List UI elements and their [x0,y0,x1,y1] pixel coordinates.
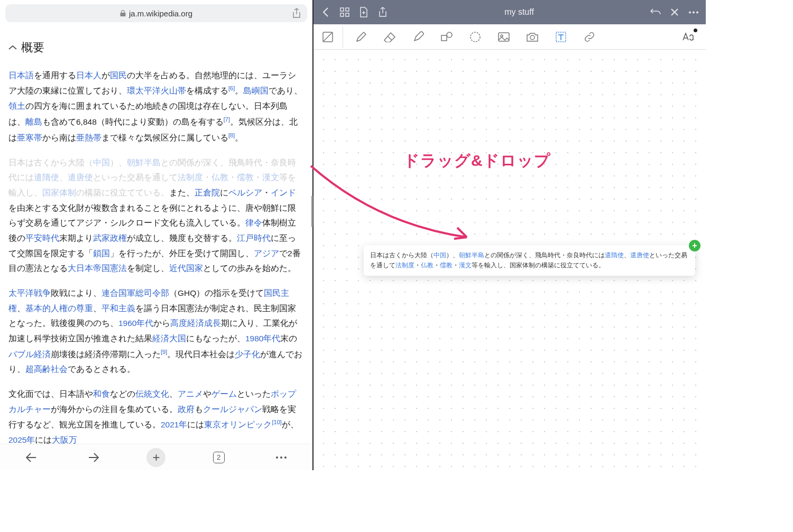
read-mode-icon[interactable] [318,26,343,48]
camera-icon[interactable] [520,26,545,48]
svg-point-2 [284,456,287,459]
paragraph-2: 日本は古くから大陸（中国）、朝鮮半島との関係が深く、飛鳥時代・奈良時代には遣隋使… [8,155,304,276]
notes-toolbar [313,24,706,50]
grid-icon[interactable] [339,6,351,18]
image-icon[interactable] [491,26,517,48]
plus-badge-icon: + [689,240,700,251]
text-icon[interactable] [548,26,574,48]
close-icon[interactable] [669,6,680,18]
paragraph-3: 太平洋戦争敗戦により、連合国軍総司令部（GHQ）の指示を受けて国民主権、基本的人… [8,286,304,377]
eraser-icon[interactable] [377,26,402,48]
url-bar-container: ja.m.wikipedia.org [0,0,312,26]
svg-point-7 [689,11,691,13]
svg-rect-5 [340,13,344,16]
svg-rect-4 [346,8,349,11]
notes-pane: my stuff ドラッグ&ドロップ + 日本は古くから大陸（中国）、朝鮮半島と… [313,0,706,470]
undo-icon[interactable] [650,6,661,18]
paragraph-1: 日本語を通用する日本人が国民の大半を占める。自然地理的には、ユーラシア大陸の東縁… [8,68,304,146]
browser-bottom-toolbar: + 2 [0,444,312,470]
style-icon[interactable] [676,26,702,48]
browser-pane: ja.m.wikipedia.org 概要 日本語を通用する日本人が国民の大半を… [0,0,313,470]
back-button[interactable] [21,447,42,468]
notes-canvas[interactable]: ドラッグ&ドロップ + 日本は古くから大陸（中国）、朝鮮半島との関係が深く、飛鳥… [313,50,706,470]
svg-rect-6 [346,13,349,16]
pen-icon[interactable] [348,26,374,48]
tabs-button[interactable]: 2 [208,447,229,468]
lasso-icon[interactable] [463,26,488,48]
lock-icon [120,10,126,17]
notes-title: my stuff [396,7,642,17]
share-icon[interactable] [377,6,389,18]
dropped-text-card[interactable]: + 日本は古くから大陸（中国）、朝鮮半島との関係が深く、飛鳥時代・奈良時代には遣… [364,245,695,276]
svg-point-9 [696,11,698,13]
url-bar[interactable]: ja.m.wikipedia.org [5,4,307,22]
notes-header: my stuff [313,0,706,24]
highlighter-icon[interactable] [405,26,431,48]
more-button[interactable] [271,447,292,468]
svg-rect-3 [340,8,344,11]
url-text: ja.m.wikipedia.org [129,9,192,18]
svg-point-0 [276,456,278,459]
new-tab-button[interactable]: + [145,447,167,468]
back-icon[interactable] [320,6,331,18]
svg-point-8 [693,11,695,13]
svg-point-13 [471,32,480,42]
add-page-icon[interactable] [358,6,370,18]
article-content[interactable]: 概要 日本語を通用する日本人が国民の大半を占める。自然地理的には、ユーラシア大陸… [0,26,312,444]
share-icon[interactable] [292,8,301,18]
svg-rect-14 [499,33,509,41]
arrow-annotation [308,155,488,250]
section-title: 概要 [21,37,44,59]
svg-point-1 [280,456,282,459]
link-icon[interactable] [577,26,602,48]
more-icon[interactable] [688,6,699,18]
svg-point-12 [447,32,452,38]
chevron-up-icon [8,45,17,50]
paragraph-4: 文化面では、日本語や和食などの伝統文化、アニメやゲームといったポップカルチャーが… [8,387,304,444]
svg-rect-11 [441,35,447,41]
svg-point-16 [530,35,534,40]
forward-button[interactable] [83,447,104,468]
shapes-icon[interactable] [434,26,459,48]
section-header[interactable]: 概要 [8,37,304,59]
